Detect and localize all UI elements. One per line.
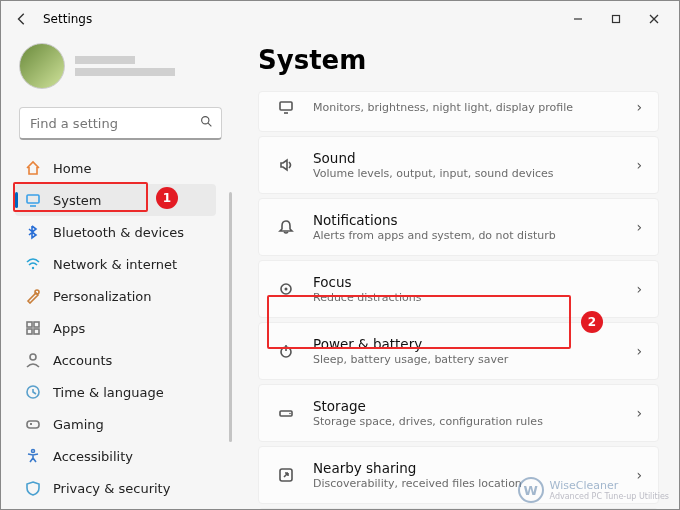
setting-card-share[interactable]: Nearby sharingDiscoverability, received … <box>258 446 659 504</box>
search-box[interactable] <box>19 107 222 140</box>
sidebar-item-label: Network & internet <box>53 257 177 272</box>
svg-point-6 <box>32 267 34 269</box>
sidebar-item-system[interactable]: System <box>15 184 216 216</box>
setting-card-sound[interactable]: SoundVolume levels, output, input, sound… <box>258 136 659 194</box>
window-title: Settings <box>43 12 92 26</box>
page-title: System <box>258 45 659 75</box>
gaming-icon <box>25 416 41 432</box>
card-subtitle: Discoverability, received files location <box>313 477 620 490</box>
brush-icon <box>25 288 41 304</box>
sidebar-item-label: System <box>53 193 101 208</box>
back-button[interactable] <box>7 4 37 34</box>
setting-card-bell[interactable]: NotificationsAlerts from apps and system… <box>258 198 659 256</box>
chevron-right-icon: › <box>636 467 642 483</box>
sidebar-item-wifi[interactable]: Network & internet <box>15 248 216 280</box>
minimize-button[interactable] <box>559 5 597 33</box>
svg-rect-8 <box>27 322 32 327</box>
maximize-button[interactable] <box>597 5 635 33</box>
sound-icon <box>275 154 297 176</box>
home-icon <box>25 160 41 176</box>
chevron-right-icon: › <box>636 343 642 359</box>
user-icon <box>25 352 41 368</box>
card-title: Nearby sharing <box>313 460 620 476</box>
sidebar-item-brush[interactable]: Personalization <box>15 280 216 312</box>
main-panel: System Monitors, brightness, night light… <box>236 37 679 509</box>
svg-rect-14 <box>27 421 39 428</box>
sidebar-item-label: Gaming <box>53 417 104 432</box>
titlebar: Settings <box>1 1 679 37</box>
profile-name-obscured <box>75 56 175 76</box>
chevron-right-icon: › <box>636 99 642 115</box>
sidebar-item-label: Accessibility <box>53 449 133 464</box>
sidebar-item-label: Home <box>53 161 91 176</box>
chevron-right-icon: › <box>636 219 642 235</box>
svg-point-2 <box>202 117 209 124</box>
card-subtitle: Reduce distractions <box>313 291 620 304</box>
card-subtitle: Monitors, brightness, night light, displ… <box>313 101 620 114</box>
setting-card-storage[interactable]: StorageStorage space, drives, configurat… <box>258 384 659 442</box>
svg-point-7 <box>35 290 39 294</box>
card-title: Notifications <box>313 212 620 228</box>
setting-card-multitask[interactable]: MultitaskingSnap windows, desktops, task… <box>258 508 659 509</box>
svg-line-3 <box>208 123 211 126</box>
profile[interactable] <box>15 37 226 103</box>
nav-list: HomeSystemBluetooth & devicesNetwork & i… <box>15 152 226 509</box>
sidebar-item-shield[interactable]: Privacy & security <box>15 472 216 504</box>
accessibility-icon <box>25 448 41 464</box>
svg-rect-10 <box>27 329 32 334</box>
clock-icon <box>25 384 41 400</box>
avatar <box>19 43 65 89</box>
sidebar-item-clock[interactable]: Time & language <box>15 376 216 408</box>
sidebar-item-home[interactable]: Home <box>15 152 216 184</box>
sidebar-item-label: Bluetooth & devices <box>53 225 184 240</box>
power-icon <box>275 340 297 362</box>
svg-rect-9 <box>34 322 39 327</box>
svg-rect-1 <box>613 16 620 23</box>
focus-icon <box>275 278 297 300</box>
chevron-right-icon: › <box>636 281 642 297</box>
bell-icon <box>275 216 297 238</box>
bluetooth-icon <box>25 224 41 240</box>
sidebar-item-label: Personalization <box>53 289 152 304</box>
window-controls <box>559 5 673 33</box>
sidebar-item-label: Time & language <box>53 385 164 400</box>
svg-point-23 <box>289 413 291 415</box>
search-input[interactable] <box>30 116 200 131</box>
card-title: Power & battery <box>313 336 620 352</box>
sidebar-item-gaming[interactable]: Gaming <box>15 408 216 440</box>
share-icon <box>275 464 297 486</box>
card-title: Sound <box>313 150 620 166</box>
card-subtitle: Volume levels, output, input, sound devi… <box>313 167 620 180</box>
apps-icon <box>25 320 41 336</box>
display-icon <box>275 96 297 118</box>
svg-rect-4 <box>27 195 39 203</box>
sidebar-item-label: Accounts <box>53 353 112 368</box>
system-icon <box>25 192 41 208</box>
svg-rect-11 <box>34 329 39 334</box>
card-subtitle: Sleep, battery usage, battery saver <box>313 353 620 366</box>
wifi-icon <box>25 256 41 272</box>
sidebar-scrollbar[interactable] <box>229 192 232 442</box>
sidebar-item-apps[interactable]: Apps <box>15 312 216 344</box>
sidebar-item-user[interactable]: Accounts <box>15 344 216 376</box>
svg-point-19 <box>285 288 288 291</box>
arrow-left-icon <box>15 12 29 26</box>
sidebar-item-bluetooth[interactable]: Bluetooth & devices <box>15 216 216 248</box>
card-title: Focus <box>313 274 620 290</box>
svg-point-12 <box>30 354 36 360</box>
settings-window: Settings HomeSystemBluetooth & devicesNe… <box>0 0 680 510</box>
sidebar: HomeSystemBluetooth & devicesNetwork & i… <box>1 37 236 509</box>
sidebar-item-label: Apps <box>53 321 85 336</box>
setting-card-power[interactable]: Power & batterySleep, battery usage, bat… <box>258 322 659 380</box>
card-title: Storage <box>313 398 620 414</box>
close-button[interactable] <box>635 5 673 33</box>
setting-card-display[interactable]: Monitors, brightness, night light, displ… <box>258 91 659 132</box>
shield-icon <box>25 480 41 496</box>
svg-rect-16 <box>280 102 292 110</box>
card-subtitle: Storage space, drives, configuration rul… <box>313 415 620 428</box>
setting-card-focus[interactable]: FocusReduce distractions› <box>258 260 659 318</box>
chevron-right-icon: › <box>636 157 642 173</box>
chevron-right-icon: › <box>636 405 642 421</box>
search-icon <box>200 115 213 131</box>
sidebar-item-accessibility[interactable]: Accessibility <box>15 440 216 472</box>
